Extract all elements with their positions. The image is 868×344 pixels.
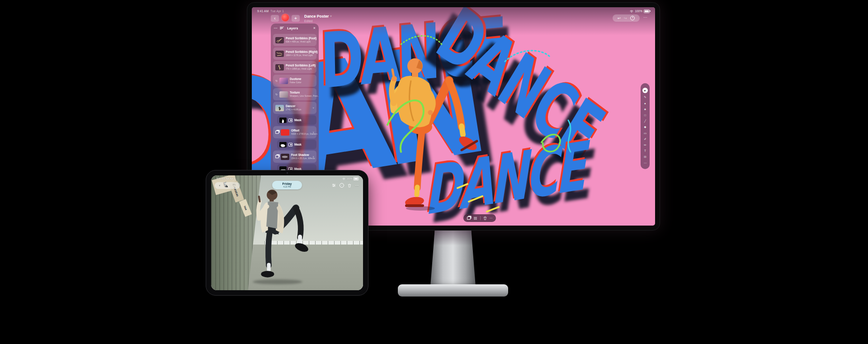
- move-tool[interactable]: ▸: [642, 88, 648, 93]
- crop-tool[interactable]: ⊡: [644, 156, 646, 159]
- effect-badge-icon: ↻: [275, 93, 278, 96]
- layout-icon[interactable]: [473, 217, 477, 220]
- battery-icon: [354, 177, 359, 180]
- group-badge-icon: [275, 155, 279, 159]
- layer-row[interactable]: ↻ Texture Sharpen, Line Screen, Post...: [273, 88, 316, 100]
- layer-thumbnail: [279, 78, 288, 84]
- layer-row[interactable]: Dancer 2741 × 4106 px ˅: [273, 102, 316, 114]
- layer-row[interactable]: Pencil Scribbles (Right) 1864 × 1178 px,…: [273, 47, 316, 60]
- ipad-status-right: 100%: [342, 177, 359, 180]
- layer-row[interactable]: Foot Shadow 154.6 × 25.3 px, Effects ˅: [273, 151, 316, 163]
- display-clock: 9:41 AM: [257, 9, 269, 13]
- trash-icon[interactable]: [348, 184, 351, 188]
- canvases-icon[interactable]: [467, 217, 471, 220]
- ipad: las ventas tua: [206, 170, 368, 296]
- date-pill[interactable]: Friday 4:23 PM: [272, 181, 302, 189]
- group-badge-icon: [275, 131, 279, 134]
- quick-actions-pill: ↩ ↪: [613, 14, 640, 22]
- undo-button[interactable]: ↩: [618, 16, 621, 20]
- mask-icon: [288, 143, 292, 146]
- more-tools-button[interactable]: ⋯: [644, 162, 647, 165]
- chevron-down-icon[interactable]: ˅: [312, 131, 314, 134]
- layer-row[interactable]: Pencil Scribbles (Foot) 636 × 409 px, Vi…: [273, 34, 316, 46]
- layer-thumbnail: [275, 105, 284, 111]
- panel-more-button[interactable]: •••: [274, 27, 278, 29]
- date-pill-day: Friday: [282, 182, 292, 186]
- filter-icon[interactable]: [280, 26, 284, 30]
- layer-row[interactable]: Pencil Scribbles (Left) 770 × 1995 px, V…: [273, 61, 316, 73]
- shapes-tool[interactable]: ★: [644, 108, 646, 111]
- ipad-nav-pill: ‹ ♡: [215, 182, 240, 189]
- layer-thumbnail: [275, 37, 284, 43]
- smudge-tool[interactable]: ●: [644, 102, 646, 105]
- pixel-eraser-tool[interactable]: ▭: [644, 132, 646, 135]
- mask-row[interactable]: Mask: [277, 140, 316, 149]
- layers-panel-header: ••• Layers ×: [271, 24, 319, 33]
- more-options-button[interactable]: ⋯: [643, 15, 647, 19]
- layer-thumbnail: [281, 154, 289, 160]
- photo-dancer-figure: [233, 183, 328, 289]
- display-stand-neck: [430, 228, 476, 286]
- canvas-bottom-toolbar: ⋯: [463, 214, 496, 222]
- add-button[interactable]: +: [292, 15, 300, 22]
- toolbar-divider: [480, 216, 481, 220]
- ipad-battery-percent: 100%: [347, 177, 353, 180]
- title-chevron-icon: ˅: [330, 15, 332, 18]
- mask-thumbnail: [279, 118, 287, 123]
- wifi-icon: [630, 10, 633, 13]
- battery-percent: 100%: [635, 9, 642, 13]
- display-stand-base: [398, 284, 508, 297]
- layers-panel-title: Layers: [287, 26, 298, 30]
- layer-thumbnail: [275, 64, 284, 71]
- brush-tool[interactable]: ✎: [644, 96, 646, 99]
- app-color-button[interactable]: [282, 14, 289, 21]
- layer-row[interactable]: ↻ Duotone False Color: [273, 75, 316, 87]
- tool-strip: ▸ ✎ ● ★ □ ╱ ◆ ▭ ✐ ✏ T ⊡ ⋯: [641, 83, 650, 169]
- ipad-status-left: 9:41 AM Tue Apr 1: [217, 177, 235, 180]
- chevron-down-icon[interactable]: ˅: [312, 107, 314, 109]
- eraser-tool[interactable]: ◆: [644, 126, 646, 129]
- document-status: Edited: [304, 19, 312, 23]
- layer-row[interactable]: Offset 4308 × 2795.8 px, Darken ˅: [273, 126, 316, 138]
- poster-dancer-figure: [373, 52, 491, 215]
- adjustments-icon[interactable]: [332, 184, 336, 187]
- thumbs-up-icon[interactable]: [225, 184, 228, 188]
- ipad-camera: [287, 172, 288, 174]
- display-date: Tue Apr 1: [270, 9, 284, 13]
- fill-tool[interactable]: ✐: [644, 138, 646, 141]
- wifi-icon: [342, 178, 345, 180]
- more-icon[interactable]: ⋯: [355, 184, 359, 188]
- date-pill-time: 4:23 PM: [283, 186, 291, 188]
- history-dial-icon[interactable]: [630, 16, 635, 20]
- display-status-left: 9:41 AMTue Apr 1: [257, 9, 284, 13]
- select-tool[interactable]: □: [644, 114, 646, 117]
- redo-button[interactable]: ↪: [624, 16, 627, 20]
- document-title[interactable]: Dance Poster ˅: [304, 14, 332, 19]
- layer-thumbnail: [279, 91, 288, 98]
- ipad-screen: las ventas tua: [211, 175, 363, 290]
- back-button[interactable]: ‹: [219, 184, 221, 188]
- mask-thumbnail: [279, 142, 287, 147]
- text-tool[interactable]: T: [644, 150, 646, 153]
- close-panel-button[interactable]: ×: [313, 26, 316, 30]
- info-icon[interactable]: i: [340, 183, 344, 188]
- favorite-heart-icon[interactable]: ♡: [232, 184, 236, 188]
- ipad-action-icons: i ⋯: [332, 183, 359, 188]
- effect-badge-icon: ↻: [275, 79, 278, 82]
- mask-icon: [288, 118, 292, 122]
- line-tool[interactable]: ╱: [644, 120, 646, 123]
- display-status-right: 100%: [630, 9, 650, 13]
- battery-icon: [644, 9, 650, 13]
- pencil-tool[interactable]: ✏: [644, 144, 646, 147]
- chevron-down-icon[interactable]: ˅: [312, 156, 314, 158]
- trash-icon[interactable]: [483, 216, 487, 220]
- mask-row[interactable]: Mask: [277, 115, 316, 125]
- layer-thumbnail: [275, 51, 284, 57]
- more-icon[interactable]: ⋯: [490, 217, 493, 220]
- layer-thumbnail: [281, 129, 289, 136]
- scene: DAN DANCE DANCE DANCE: [0, 0, 868, 344]
- back-button[interactable]: ‹: [271, 15, 279, 22]
